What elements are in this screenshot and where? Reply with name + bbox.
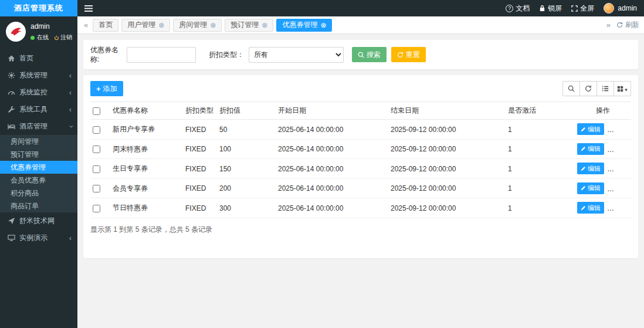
table-search-toggle-button[interactable] xyxy=(562,81,580,96)
grid-icon xyxy=(617,86,623,92)
table-columns-button[interactable] xyxy=(614,81,631,96)
logout-label: 注销 xyxy=(60,33,72,42)
sidebar-item-reservation-management[interactable]: 预订管理 xyxy=(0,148,77,161)
sidebar-item-system-monitor[interactable]: 系统监控 xyxy=(0,84,77,101)
tab-label: 房间管理 xyxy=(179,20,207,30)
fullscreen-link[interactable]: 全屏 xyxy=(571,4,594,13)
discount-type-select[interactable]: 所有 xyxy=(249,47,344,63)
tab-home[interactable]: 首页 xyxy=(93,19,118,32)
gear-icon xyxy=(7,72,15,79)
tab-reservation-management[interactable]: 预订管理 xyxy=(225,19,273,32)
reset-button[interactable]: 重置 xyxy=(391,47,426,62)
tab-close-icon[interactable] xyxy=(210,22,216,29)
sidebar-item-room-management[interactable]: 房间管理 xyxy=(0,135,77,148)
row-checkbox[interactable] xyxy=(93,126,100,134)
cell-end-date: 2025-09-12 00:00:00 xyxy=(388,159,506,179)
tab-label: 优惠券管理 xyxy=(282,20,317,30)
topbar-right: 文档 锁屏 全屏 admin xyxy=(506,3,637,13)
cell-active: 1 xyxy=(506,198,575,218)
edit-button[interactable]: 编辑 xyxy=(577,163,604,174)
row-checkbox[interactable] xyxy=(93,185,100,192)
fullscreen-label: 全屏 xyxy=(580,4,594,13)
desktop-icon xyxy=(7,234,15,242)
chevron-left-icon xyxy=(69,234,72,242)
logout-link[interactable]: 注销 xyxy=(54,33,72,42)
tab-close-icon[interactable] xyxy=(320,22,326,29)
user-avatar xyxy=(6,22,26,42)
coupon-name-input[interactable] xyxy=(127,47,196,63)
edit-button[interactable]: 编辑 xyxy=(577,182,604,194)
select-all-checkbox[interactable] xyxy=(93,107,100,115)
sidebar-item-coupon-management[interactable]: 优惠券管理 xyxy=(0,161,77,174)
sidebar-item-member-coupons[interactable]: 会员优惠券 xyxy=(0,174,77,187)
docs-link[interactable]: 文档 xyxy=(506,4,530,13)
table-panel: 添加 xyxy=(83,75,638,258)
lock-icon xyxy=(539,5,545,12)
power-icon xyxy=(54,35,59,40)
tab-close-icon[interactable] xyxy=(262,22,267,29)
column-header: 优惠券名称 xyxy=(110,102,183,120)
edit-button[interactable]: 编辑 xyxy=(577,202,604,214)
sidebar: 酒店管理系统 admin 在线 注销 xyxy=(0,0,77,328)
filter-panel: 优惠券名称: 折扣类型： 所有 搜索 重置 xyxy=(83,40,638,69)
table-refresh-button[interactable] xyxy=(579,81,597,96)
search-icon xyxy=(568,85,575,92)
menu-label: 积分商品 xyxy=(11,188,39,198)
user-menu[interactable]: admin xyxy=(604,3,637,13)
user-status: 在线 xyxy=(37,33,49,42)
row-checkbox[interactable] xyxy=(93,146,100,153)
column-header: 折扣类型 xyxy=(183,102,217,120)
tab-close-icon[interactable] xyxy=(158,22,164,29)
tab-coupon-management[interactable]: 优惠券管理 xyxy=(276,19,332,32)
cell-discount-value: 300 xyxy=(217,198,276,218)
cell-coupon-name: 生日专享券 xyxy=(110,159,183,179)
sidebar-item-home[interactable]: 首页 xyxy=(0,50,77,67)
menu-label: 优惠券管理 xyxy=(11,163,46,173)
online-dot-icon xyxy=(30,36,35,40)
add-label: 添加 xyxy=(103,84,117,94)
tab-room-management[interactable]: 房间管理 xyxy=(173,19,222,32)
menu-label: 酒店管理 xyxy=(19,121,48,131)
cell-end-date: 2025-09-12 00:00:00 xyxy=(388,198,506,218)
username: admin xyxy=(618,4,637,12)
cell-coupon-name: 新用户专享券 xyxy=(110,120,183,140)
edit-button[interactable]: 编辑 xyxy=(577,123,604,135)
sidebar-item-shumi-tech[interactable]: 舒米技术网 xyxy=(0,212,77,229)
refresh-icon xyxy=(585,85,592,92)
row-checkbox[interactable] xyxy=(93,205,100,212)
cell-start-date: 2025-06-14 00:00:00 xyxy=(276,120,388,140)
tabs-scroll-left-icon[interactable] xyxy=(82,21,90,29)
cell-discount-value: 100 xyxy=(217,139,276,159)
tabs-scroll-right-icon[interactable] xyxy=(605,21,612,29)
tab-label: 首页 xyxy=(99,20,113,30)
edit-label: 编辑 xyxy=(588,164,601,173)
menu-label: 首页 xyxy=(19,53,33,63)
cell-active: 1 xyxy=(506,139,575,159)
sidebar-item-hotel-management[interactable]: 酒店管理 xyxy=(0,118,77,135)
sidebar-item-points-products[interactable]: 积分商品 xyxy=(0,187,77,199)
delete-label: 删除 xyxy=(616,204,629,212)
reset-label: 重置 xyxy=(406,50,420,60)
hamburger-icon[interactable] xyxy=(84,5,93,12)
lock-screen-link[interactable]: 锁屏 xyxy=(539,4,562,13)
menu-label: 房间管理 xyxy=(11,137,39,147)
refresh-label: 刷新 xyxy=(625,20,639,30)
row-checkbox[interactable] xyxy=(93,165,100,173)
edit-button[interactable]: 编辑 xyxy=(577,143,604,155)
sidebar-item-demo[interactable]: 实例演示 xyxy=(0,229,77,246)
sidebar-item-product-orders[interactable]: 商品订单 xyxy=(0,199,77,212)
list-icon xyxy=(602,85,609,92)
table-toggle-view-button[interactable] xyxy=(596,81,614,96)
sidebar-item-system-tools[interactable]: 系统工具 xyxy=(0,101,77,118)
menu-label: 商品订单 xyxy=(11,201,39,211)
table-header-row: 优惠券名称 折扣类型 折扣值 开始日期 结束日期 是否激活 操作 xyxy=(90,102,631,120)
fullscreen-icon xyxy=(571,5,578,12)
search-button[interactable]: 搜索 xyxy=(352,47,387,62)
sidebar-item-system-management[interactable]: 系统管理 xyxy=(0,67,77,84)
tab-refresh-button[interactable]: 刷新 xyxy=(616,20,639,30)
tab-user-management[interactable]: 用户管理 xyxy=(121,19,170,32)
menu-label: 舒米技术网 xyxy=(19,216,55,226)
add-button[interactable]: 添加 xyxy=(90,81,123,96)
sidebar-menu: 首页 系统管理 系统监控 系统工具 xyxy=(0,50,77,246)
column-header: 结束日期 xyxy=(388,102,506,120)
